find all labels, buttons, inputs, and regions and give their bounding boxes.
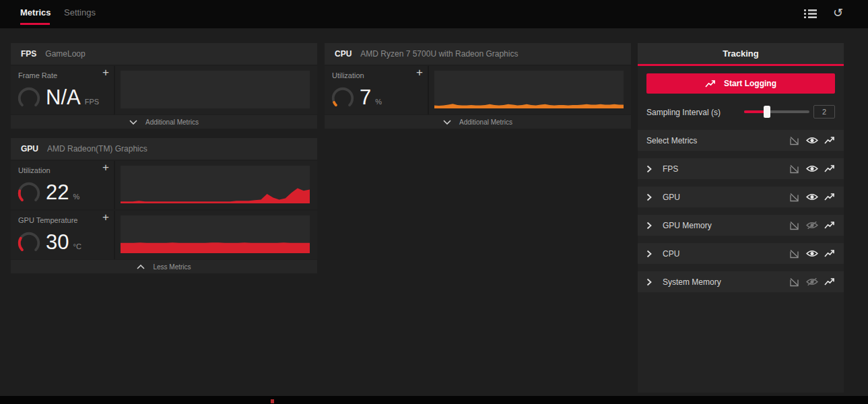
metric-row-icons [789,220,835,231]
trend-up-icon[interactable] [824,277,835,286]
metric-row-icons [789,164,835,174]
tracking-panel: Tracking Start Logging Sampling Interval… [638,43,844,393]
metric-row-fps[interactable]: FPS [638,158,844,179]
chart-disabled-icon[interactable] [789,164,800,174]
eye-slash-icon[interactable] [806,277,818,286]
frame-rate-label: Frame Rate [18,71,57,79]
frame-rate-metric-row: Frame Rate + N/A FPS [11,66,317,114]
tracking-panel-header: Tracking [638,43,844,66]
chart-disabled-icon[interactable] [789,192,800,203]
cpu-additional-metrics-toggle[interactable]: Additional Metrics [325,115,631,129]
gpu-temperature-tile: GPU Temperature + 30 °C [11,211,115,259]
slider-track[interactable] [744,110,809,113]
cpu-utilization-tile: Utilization + 7 % [325,66,429,114]
add-metric-icon[interactable]: + [102,66,109,79]
gpu-utilization-gauge [16,180,42,206]
select-metrics-label: Select Metrics [646,136,697,145]
trend-up-icon[interactable] [824,164,835,173]
gpu-utilization-reading: 22 % [46,180,79,205]
gpu-utilization-tile: Utilization + 22 % [11,161,115,209]
cpu-card-header: CPU AMD Ryzen 7 5700U with Radeon Graphi… [325,43,631,65]
metric-row-label: CPU [663,249,679,259]
gpu-temperature-unit: °C [73,242,81,250]
frame-rate-chart [121,71,310,108]
cpu-utilization-chart [434,71,624,108]
chevron-right-icon[interactable] [646,250,652,258]
add-metric-icon[interactable]: + [102,161,109,174]
gpu-utilization-value: 22 [46,180,69,205]
tracking-title: Tracking [723,48,758,59]
start-logging-button[interactable]: Start Logging [646,73,835,94]
list-icon[interactable] [804,9,817,22]
chevron-right-icon[interactable] [646,222,652,230]
trend-up-icon [705,79,716,88]
chevron-up-icon [137,265,145,269]
metric-row-cpu[interactable]: CPU [638,243,844,264]
expander-label: Additional Metrics [145,119,199,126]
trend-up-icon[interactable] [824,193,835,201]
chevron-down-icon [129,120,137,125]
fps-card-subtitle: GameLoop [45,49,85,59]
start-logging-label: Start Logging [724,79,776,88]
frame-rate-tile: Frame Rate + N/A FPS [11,66,115,114]
eye-icon[interactable] [806,193,818,201]
frame-rate-unit: FPS [85,98,99,106]
gpu-temperature-label: GPU Temperature [18,216,77,224]
bottom-strip [0,396,868,404]
gpu-utilization-chart [121,166,310,203]
chevron-right-icon[interactable] [646,193,652,201]
fps-card-title: FPS [21,49,36,59]
frame-rate-value: N/A [46,86,81,110]
frame-rate-gauge [16,86,42,111]
fps-additional-metrics-toggle[interactable]: Additional Metrics [11,115,317,129]
add-metric-icon[interactable]: + [416,66,423,79]
metric-row-label: FPS [663,164,678,174]
metric-row-icons [789,248,835,259]
tab-metrics[interactable]: Metrics [20,7,51,18]
metric-row-label: GPU Memory [663,221,712,230]
gpu-less-metrics-toggle[interactable]: Less Metrics [11,260,317,273]
fps-card: FPS GameLoop Frame Rate + N/A FPS Additi… [11,43,317,129]
gpu-card-header: GPU AMD Radeon(TM) Graphics [11,138,317,160]
metric-row-gpu-memory[interactable]: GPU Memory [638,215,844,236]
eye-icon[interactable] [806,249,818,258]
chart-disabled-icon[interactable] [789,248,800,259]
sampling-interval-slider[interactable] [744,106,809,118]
gpu-temperature-chart [121,215,310,253]
chart-disabled-icon[interactable] [789,277,800,288]
gpu-card: GPU AMD Radeon(TM) Graphics Utilization … [11,138,317,273]
trend-up-icon[interactable] [824,221,835,230]
slider-thumb[interactable] [764,106,770,118]
metric-row-gpu[interactable]: GPU [638,187,844,207]
frame-rate-reading: N/A FPS [46,86,99,110]
trend-up-icon[interactable] [824,249,835,258]
metric-row-label: GPU [663,193,680,202]
metric-row-system-memory[interactable]: System Memory [638,271,844,292]
chart-disabled-icon[interactable] [789,135,800,146]
select-metrics-row: Select Metrics [638,130,844,151]
reset-icon[interactable]: ↺ [833,6,843,20]
trend-up-icon[interactable] [824,136,835,145]
sampling-interval-value[interactable] [813,105,835,119]
eye-icon[interactable] [806,164,818,173]
cpu-card-subtitle: AMD Ryzen 7 5700U with Radeon Graphics [360,49,518,59]
add-metric-icon[interactable]: + [102,211,109,224]
eye-slash-icon[interactable] [806,221,818,230]
chevron-right-icon[interactable] [646,278,652,286]
fps-card-header: FPS GameLoop [11,43,317,65]
chevron-right-icon[interactable] [646,165,652,173]
gpu-card-subtitle: AMD Radeon(TM) Graphics [47,144,147,154]
chart-disabled-icon[interactable] [789,220,800,231]
cpu-card: CPU AMD Ryzen 7 5700U with Radeon Graphi… [325,43,631,129]
metrics-main-area: FPS GameLoop Frame Rate + N/A FPS Additi… [0,28,868,396]
cpu-utilization-value: 7 [360,86,371,110]
gpu-utilization-unit: % [73,193,79,201]
expander-label: Less Metrics [153,263,191,271]
expander-label: Additional Metrics [459,119,512,126]
eye-icon[interactable] [806,136,818,145]
tab-settings[interactable]: Settings [64,7,96,18]
metric-row-icons [789,192,835,203]
cpu-utilization-unit: % [375,98,382,106]
metric-row-icons [789,277,835,288]
gpu-temperature-gauge [16,230,42,256]
